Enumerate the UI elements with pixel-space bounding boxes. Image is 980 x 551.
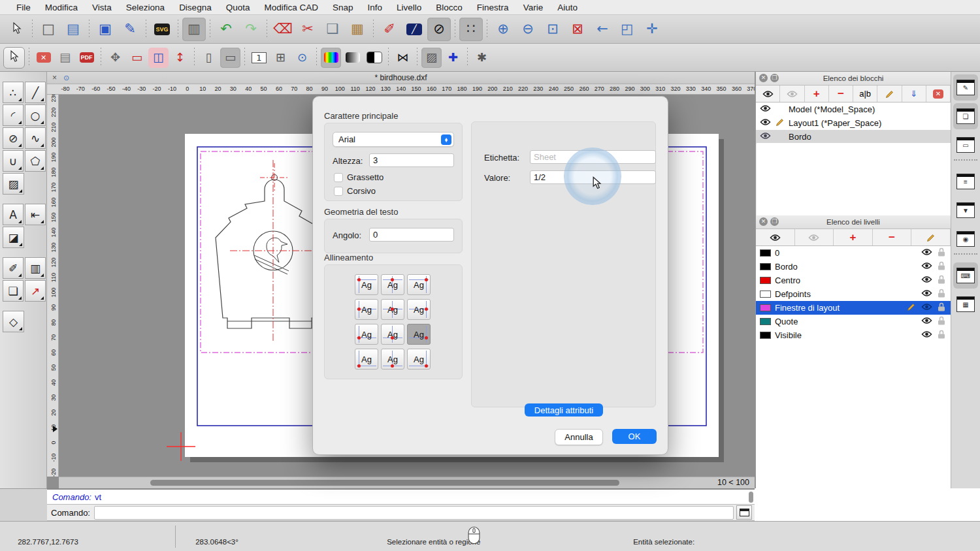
layer-visibility-eye-icon[interactable]	[921, 317, 932, 326]
spline-tools-button[interactable]: ∿	[25, 127, 46, 149]
point-tools-button[interactable]: ∴	[3, 82, 24, 103]
delete-eraser-button[interactable]: ⌫	[271, 18, 295, 41]
panel-detach-icon[interactable]: ❐	[770, 217, 779, 226]
panel-close-icon[interactable]: ✕	[759, 74, 768, 82]
menu-vista[interactable]: Vista	[85, 3, 119, 12]
alignment-bottom-center-button[interactable]: Ag	[381, 349, 404, 370]
layer-lock-icon[interactable]	[938, 316, 945, 327]
page-portrait-button[interactable]: ▯	[199, 48, 219, 68]
lineweight-button[interactable]: ⋈	[393, 48, 413, 68]
polyline-tools-button[interactable]: ∪	[3, 150, 24, 172]
alignment-baseline-right-button[interactable]: Ag	[407, 324, 431, 345]
menu-seleziona[interactable]: Seleziona	[119, 3, 172, 12]
layer-visibility-eye-icon[interactable]	[921, 262, 932, 272]
print-preview-button[interactable]: ▥	[182, 18, 206, 41]
layer-row-visibile[interactable]: Visibile	[756, 328, 951, 342]
cut-button[interactable]: ✂	[296, 18, 319, 41]
command-options-button[interactable]	[736, 505, 752, 520]
library-browser-panel-button[interactable]: ◉	[953, 226, 978, 252]
preferences-button[interactable]: ✱	[472, 48, 492, 68]
layer-lock-icon[interactable]	[938, 247, 945, 259]
command-history-scrollbar-thumb[interactable]	[749, 492, 753, 503]
grayscale-button[interactable]	[342, 48, 363, 68]
menu-blocco[interactable]: Blocco	[429, 3, 470, 12]
viewport-add-button[interactable]: ◫	[148, 48, 169, 68]
multi-page-grid-button[interactable]: ⊞	[270, 48, 291, 68]
panel-detach-icon[interactable]: ❐	[770, 74, 779, 82]
menu-modifica-cad[interactable]: Modifica CAD	[257, 3, 325, 12]
redo-button[interactable]: ↷	[239, 18, 263, 41]
menu-aiuto[interactable]: Aiuto	[550, 3, 585, 12]
block-visibility-eye-icon[interactable]	[760, 132, 771, 142]
zoom-window-button[interactable]: ◰	[615, 18, 639, 41]
block-row-layout1-paper-space-[interactable]: Layout1 (*Paper_Space)	[756, 116, 951, 130]
black-white-button[interactable]	[364, 48, 384, 68]
save-file-button[interactable]: ▣	[93, 18, 117, 41]
alignment-middle-center-button[interactable]: Ag	[381, 299, 404, 320]
add-layer-button[interactable]: +	[834, 229, 873, 245]
edit-block-button[interactable]	[877, 86, 902, 102]
panel-close-icon[interactable]: ✕	[759, 217, 768, 226]
print-button[interactable]: ▤	[55, 48, 75, 68]
layer-lock-icon[interactable]	[938, 261, 945, 272]
viewport-scale-button[interactable]: ↕	[170, 48, 190, 68]
menu-modifica[interactable]: Modifica	[38, 3, 85, 12]
layer-visibility-eye-icon[interactable]	[921, 330, 932, 340]
etichetta-input[interactable]: Sheet	[530, 150, 656, 164]
layer-visibility-eye-icon[interactable]	[921, 289, 932, 299]
show-all-blocks-eye-button[interactable]	[756, 86, 780, 102]
zoom-in-button[interactable]: ⊕	[491, 18, 515, 41]
height-input[interactable]: 3	[369, 153, 454, 167]
alignment-middle-left-button[interactable]: Ag	[355, 299, 378, 320]
cancel-button[interactable]: Annulla	[555, 429, 603, 445]
line-tools-button[interactable]: ╱	[25, 82, 46, 103]
close-drawing-button[interactable]: ✕	[33, 48, 54, 68]
undo-button[interactable]: ↶	[214, 18, 238, 41]
block-visibility-eye-icon[interactable]	[760, 118, 771, 128]
bold-checkbox-box[interactable]	[334, 173, 343, 182]
layer-lock-icon[interactable]	[938, 302, 945, 313]
ellipse-tool-button[interactable]: ⊘	[427, 18, 451, 41]
zoom-previous-button[interactable]: ←	[591, 18, 614, 41]
attribute-details-button[interactable]: Dettagli attributi	[525, 403, 603, 417]
menu-livello[interactable]: Livello	[389, 3, 429, 12]
modify-tools-button[interactable]: ✐	[3, 257, 24, 279]
block-row-model-model-space-[interactable]: Model (*Model_Space)	[756, 102, 951, 116]
layer-row-centro[interactable]: Centro	[756, 274, 951, 287]
pan-button[interactable]: ✛	[640, 18, 664, 41]
layer-row-finestre-di-layout[interactable]: Finestre di layout	[756, 301, 951, 315]
selection-filter-panel-button[interactable]: ▼	[953, 197, 978, 223]
layer-visibility-eye-icon[interactable]	[921, 248, 932, 258]
full-color-button[interactable]	[321, 48, 341, 68]
alignment-middle-right-button[interactable]: Ag	[407, 299, 431, 320]
zoom-auto-button[interactable]: ⊡	[541, 18, 564, 41]
single-page-button[interactable]: 1	[249, 48, 269, 68]
menu-finestra[interactable]: Finestra	[470, 3, 516, 12]
arc-tools-button[interactable]: ◜	[3, 104, 24, 126]
menu-info[interactable]: Info	[361, 3, 390, 12]
italic-checkbox-box[interactable]	[334, 187, 343, 196]
command-input[interactable]	[94, 506, 734, 520]
menu-file[interactable]: File	[9, 3, 38, 12]
layer-lock-icon[interactable]	[938, 289, 945, 300]
viewport-panel-button[interactable]: ▭	[953, 132, 978, 158]
zoom-out-button[interactable]: ⊖	[516, 18, 540, 41]
move-page-button[interactable]: ✥	[105, 48, 125, 68]
command-history[interactable]: Comando: vt	[47, 488, 755, 505]
ellipse-tools-button[interactable]: ⊘	[3, 127, 24, 149]
block-visibility-eye-icon[interactable]	[760, 104, 771, 114]
rename-block-button[interactable]: a|b	[853, 86, 877, 102]
alignment-bottom-left-button[interactable]: Ag	[355, 349, 378, 370]
block-list-panel-button[interactable]: ❏	[953, 103, 978, 129]
font-family-select[interactable]: Arial ▲▼	[333, 132, 454, 147]
zoom-page-button[interactable]: ⊙	[292, 48, 312, 68]
italic-checkbox[interactable]: Corsivo	[334, 186, 376, 196]
valore-input[interactable]: 1/2	[530, 170, 656, 184]
command-line-panel-button[interactable]: ⌨	[953, 262, 978, 289]
remove-block-button[interactable]: −	[829, 86, 853, 102]
open-file-button[interactable]: ▤	[61, 18, 85, 41]
hide-all-blocks-eye-button[interactable]	[780, 86, 804, 102]
layer-lock-icon[interactable]	[938, 330, 945, 341]
image-tool-button[interactable]: ◪	[3, 227, 24, 248]
layer-row-0[interactable]: 0	[756, 246, 951, 260]
